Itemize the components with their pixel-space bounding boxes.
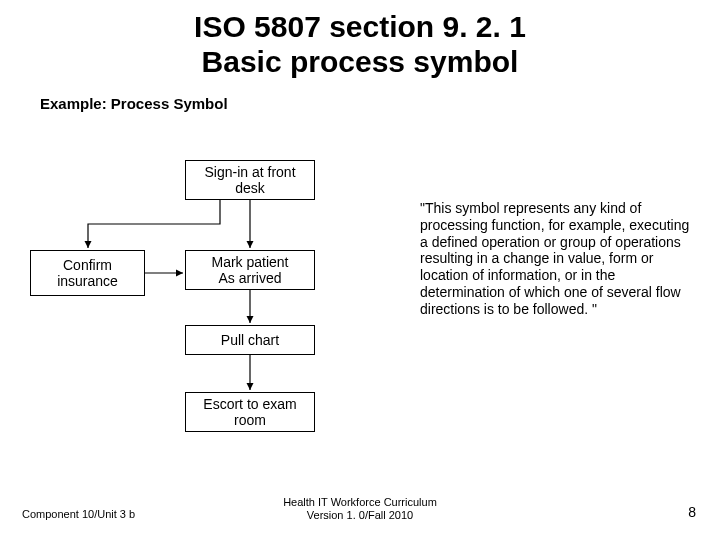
footer-curriculum: Health IT Workforce Curriculum Version 1…: [0, 496, 720, 522]
process-label: Pull chart: [221, 332, 279, 348]
process-box-pull: Pull chart: [185, 325, 315, 355]
process-label: Sign-in at frontdesk: [204, 164, 295, 196]
process-label: Mark patientAs arrived: [211, 254, 288, 286]
process-box-confirm: Confirminsurance: [30, 250, 145, 296]
process-box-mark: Mark patientAs arrived: [185, 250, 315, 290]
title-line1: ISO 5807 section 9. 2. 1: [0, 10, 720, 45]
page-title: ISO 5807 section 9. 2. 1 Basic process s…: [0, 0, 720, 79]
process-label: Confirminsurance: [57, 257, 118, 289]
definition-quote: "This symbol represents any kind of proc…: [420, 200, 695, 318]
title-line2: Basic process symbol: [0, 45, 720, 80]
process-box-signin: Sign-in at frontdesk: [185, 160, 315, 200]
footer-line1: Health IT Workforce Curriculum: [0, 496, 720, 509]
footer-line2: Version 1. 0/Fall 2010: [0, 509, 720, 522]
page-number: 8: [688, 504, 696, 520]
process-label: Escort to examroom: [203, 396, 296, 428]
process-box-escort: Escort to examroom: [185, 392, 315, 432]
example-label: Example: Process Symbol: [40, 95, 228, 112]
